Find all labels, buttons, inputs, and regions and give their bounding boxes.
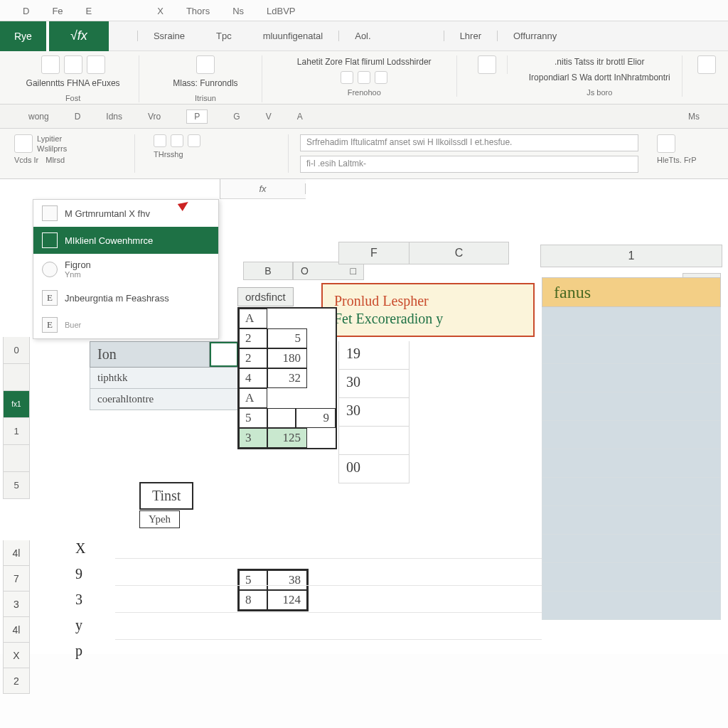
mini-cell-highlight[interactable]: 125 [267, 428, 307, 448]
row-header[interactable]: 4l [3, 617, 30, 643]
options-icon[interactable] [697, 55, 716, 74]
align-icon[interactable] [375, 71, 387, 84]
mini-cell[interactable] [267, 408, 296, 428]
formula-preview-2[interactable]: fi-l .esih Laltmk- [300, 156, 638, 173]
mini-cell[interactable]: 124 [267, 590, 307, 610]
top-tab[interactable]: E [86, 6, 92, 21]
mini-cell[interactable]: 4 [239, 368, 267, 388]
context-menu-item[interactable]: FigronYnm [33, 254, 218, 284]
row-header[interactable] [3, 364, 30, 391]
mini-table-cell[interactable]: tiphtkk [90, 368, 238, 388]
row-header[interactable]: 3 [3, 592, 30, 617]
grid-cell[interactable]: 19 [338, 341, 410, 370]
grid-cell[interactable] [542, 563, 721, 592]
mini-cell[interactable]: 9 [296, 408, 336, 428]
grid-cell[interactable]: 30 [338, 398, 410, 427]
column-header-C[interactable]: C [410, 242, 509, 264]
row-header[interactable]: 5 [3, 472, 30, 499]
grid-cell[interactable] [542, 336, 721, 364]
ribbon-tab[interactable]: Lhrer [444, 31, 497, 41]
ribbon-tab[interactable]: Ssraine [137, 31, 200, 41]
sub-tab[interactable]: wong [28, 112, 49, 122]
row-header[interactable]: 4l [3, 540, 30, 566]
query-icon[interactable] [478, 55, 496, 74]
top-tab[interactable]: LdBVP [267, 6, 295, 21]
ribbon-tab[interactable]: Aol. [338, 31, 386, 41]
brush-icon[interactable] [87, 55, 105, 74]
column-header-F[interactable]: F [338, 242, 410, 264]
panel-icon[interactable] [657, 134, 675, 153]
row-header[interactable]: 1 [3, 418, 30, 445]
sub-tab[interactable]: Vro [148, 112, 161, 122]
panel-icon[interactable] [14, 134, 33, 153]
sub-tab[interactable]: V [266, 112, 272, 122]
context-menu-item[interactable]: EBuer [33, 311, 218, 338]
mini-cell[interactable]: 2 [239, 328, 267, 348]
row-header[interactable] [3, 445, 30, 472]
grid-cell[interactable] [338, 427, 410, 455]
highlighted-cell[interactable]: fanus [542, 277, 721, 307]
mini-cell[interactable]: 2 [239, 348, 267, 368]
shape-icon[interactable] [196, 55, 215, 74]
top-tab[interactable]: Ns [232, 6, 244, 21]
grid-cell[interactable] [542, 535, 721, 563]
row-header[interactable]: 7 [3, 566, 30, 592]
mini-table-cell[interactable]: coerahltontre [90, 389, 238, 410]
grid-cell[interactable] [542, 364, 721, 392]
row-header[interactable]: X [3, 643, 30, 668]
grid-cell[interactable] [542, 592, 721, 620]
chip-icon[interactable] [210, 342, 238, 367]
floating-label[interactable]: Tinst [139, 482, 193, 510]
formula-preview-1[interactable]: Srfrehadim Iftulicatmf anset swi H llkoi… [300, 134, 638, 151]
top-tab[interactable]: X [157, 6, 164, 21]
mini-cell[interactable]: 32 [267, 368, 307, 388]
ribbon-tab[interactable]: Offurranny [497, 31, 572, 41]
mini-cell[interactable]: 180 [267, 348, 307, 368]
clipboard-icon[interactable] [41, 55, 60, 74]
mini-cell[interactable]: 5 [239, 570, 267, 590]
ribbon-tab[interactable]: mluunfigenatal [247, 31, 339, 41]
row-header[interactable]: 0 [3, 337, 30, 364]
mini-cell[interactable]: 5 [267, 328, 307, 348]
row-header[interactable]: 2 [3, 668, 30, 694]
ribbon-tab[interactable]: Tpc [200, 31, 247, 41]
file-tab[interactable]: Rye [0, 21, 46, 51]
floating-label[interactable]: Ypeh [139, 510, 180, 528]
grid-cell[interactable] [542, 506, 721, 535]
grid-cell[interactable] [542, 392, 721, 421]
context-menu-item[interactable]: EJnbeurgntia m Feashrass [33, 284, 218, 311]
formula-bar-input[interactable] [306, 179, 728, 199]
panel-icon[interactable] [154, 134, 166, 147]
top-tab[interactable]: D [23, 6, 29, 21]
row-header[interactable]: fx1 [3, 391, 30, 418]
paste-icon[interactable] [64, 55, 82, 74]
mini-cell[interactable]: 5 [239, 408, 267, 428]
panel-icon[interactable] [188, 134, 200, 147]
top-tab[interactable]: Thors [186, 6, 210, 21]
grid-cell[interactable] [542, 307, 721, 336]
grid-cell[interactable] [542, 421, 721, 449]
mini-cell[interactable]: 8 [239, 590, 267, 610]
grid-cell[interactable] [542, 449, 721, 478]
mini-cell[interactable]: 38 [267, 570, 307, 590]
sub-tab[interactable]: A [297, 112, 303, 122]
grid-cell[interactable] [542, 478, 721, 506]
context-menu-item-selected[interactable]: MIklienl Cowenhmrce [33, 227, 218, 254]
sub-tab-active[interactable]: P [186, 109, 208, 124]
sub-tab[interactable]: Idns [106, 112, 122, 122]
context-menu-item[interactable]: M Grtmrumtanl X fhv [33, 200, 218, 227]
grid-cell[interactable]: 30 [338, 370, 410, 398]
fx-icon[interactable]: fx [220, 183, 306, 194]
top-tab[interactable]: Fe [52, 6, 63, 21]
align-icon[interactable] [358, 71, 370, 84]
name-box[interactable] [0, 179, 220, 199]
panel-icon[interactable] [171, 134, 183, 147]
sub-tab[interactable]: Ms [688, 112, 700, 122]
fx-badge-icon[interactable]: √fx [46, 21, 109, 51]
align-icon[interactable] [341, 71, 353, 84]
column-header-B[interactable]: B [243, 262, 293, 280]
sub-tab[interactable]: D [75, 112, 81, 122]
sub-tab[interactable]: G [233, 112, 240, 122]
mini-cell-highlight[interactable]: 3 [239, 428, 267, 448]
mini-cell[interactable]: A [239, 309, 267, 328]
